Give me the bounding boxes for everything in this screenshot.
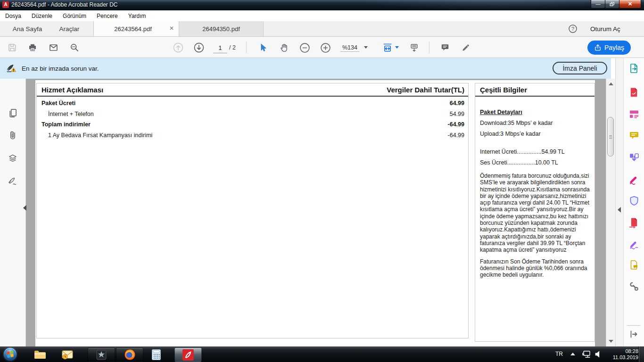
email-icon	[49, 43, 58, 52]
fit-width-button[interactable]	[382, 42, 393, 53]
tray-network-icon[interactable]	[582, 350, 591, 361]
layers-button[interactable]	[7, 152, 19, 165]
main-toolbar: / 2 %134	[0, 37, 644, 58]
comment-button[interactable]	[439, 42, 451, 53]
help-button[interactable]: ?	[568, 21, 578, 36]
more-tools-button[interactable]	[628, 281, 640, 292]
fill-sign-icon	[628, 173, 640, 185]
print-button[interactable]	[27, 42, 38, 53]
signature-warning-icon	[6, 63, 17, 74]
layers-icon	[8, 153, 18, 164]
menu-bar: Dosya Düzenle Görünüm Pencere Yardım	[0, 10, 644, 21]
page-number-input[interactable]	[213, 43, 227, 53]
taskbar-pinned-app-button[interactable]	[88, 347, 115, 362]
create-pdf-button[interactable]	[628, 87, 640, 98]
fill-sign-button[interactable]	[628, 173, 640, 185]
select-tool-button[interactable]	[257, 42, 269, 53]
taskbar-firefox-button[interactable]	[116, 347, 143, 362]
fit-dropdown-caret[interactable]	[395, 46, 399, 49]
menu-yardim[interactable]: Yardım	[123, 13, 151, 19]
page-display-button[interactable]	[408, 42, 420, 53]
page-thumbnails-button[interactable]	[7, 107, 19, 119]
scroll-down-arrow[interactable]	[609, 340, 613, 343]
tools-panel-strip	[615, 58, 623, 346]
menu-duzenle[interactable]: Düzenle	[26, 13, 58, 19]
share-button[interactable]: Paylaş	[587, 41, 631, 55]
tab-document-1[interactable]: 26243564.pdf ✕	[93, 21, 179, 36]
help-icon: ?	[568, 24, 578, 33]
menu-dosya[interactable]: Dosya	[0, 13, 26, 19]
scrollbar-thumb[interactable]	[607, 117, 614, 156]
restriction-paragraph: Ödenmemiş fatura borcunuz olduğunda,sizi…	[480, 173, 590, 254]
compress-pdf-button[interactable]	[628, 217, 640, 228]
shield-icon	[628, 195, 640, 206]
taskbar-outlook-button[interactable]	[60, 348, 74, 361]
collapse-nav-pane-arrow[interactable]	[23, 205, 26, 211]
zoom-level-value[interactable]: %134	[340, 44, 359, 52]
tray-volume-icon[interactable]	[594, 350, 602, 360]
title-bar: A 26243564.pdf - Adobe Acrobat Reader DC…	[0, 0, 644, 10]
row-label: İnternet + Telefon	[48, 109, 94, 120]
zoom-in-button[interactable]	[320, 42, 331, 53]
protect-pdf-button[interactable]	[628, 195, 640, 206]
tab-tools[interactable]: Araçlar	[53, 21, 86, 36]
row-amount: -64.99	[448, 119, 464, 130]
restore-button[interactable]	[605, 0, 619, 8]
page-total-label: / 2	[229, 44, 236, 51]
minimize-button[interactable]: —	[591, 0, 605, 8]
comment-tool-button[interactable]	[628, 130, 640, 141]
workspace: En az bir imzada sorun var. İmza Paneli	[0, 58, 644, 346]
export-pdf-icon	[628, 63, 640, 74]
notification-message: En az bir imzada sorun var.	[22, 65, 99, 72]
attachments-button[interactable]	[7, 129, 19, 141]
amount-column-header: Vergiler Dahil Tutar(TL)	[387, 86, 464, 94]
close-button[interactable]: ✕	[619, 0, 641, 8]
share-label: Paylaş	[604, 44, 624, 51]
sign-in-button[interactable]: Oturum Aç	[590, 21, 620, 36]
tab-close-icon[interactable]: ✕	[169, 25, 174, 32]
tab-home[interactable]: Ana Sayfa	[6, 21, 49, 36]
zoom-dropdown-caret[interactable]	[364, 46, 368, 49]
show-desktop-button[interactable]	[638, 346, 644, 362]
hand-tool-button[interactable]	[278, 42, 289, 53]
expand-panel-icon	[628, 329, 639, 339]
taskbar-calculator-button[interactable]	[149, 348, 163, 361]
signature-panel-button[interactable]: İmza Paneli	[553, 62, 607, 74]
start-button[interactable]	[4, 348, 17, 361]
table-row: İnternet + Telefon 54.99	[37, 109, 468, 120]
vertical-scrollbar[interactable]	[606, 79, 615, 346]
row-label: 1 Ay Bedava Fırsat Kampanyası indirimi	[48, 130, 152, 141]
expand-tools-panel-arrow[interactable]	[618, 207, 621, 213]
page-down-icon	[193, 42, 205, 53]
svg-text:?: ?	[571, 26, 574, 32]
edit-pdf-button[interactable]	[628, 108, 640, 120]
save-icon	[8, 43, 17, 52]
acrobat-app-icon: A	[2, 1, 9, 8]
tray-show-hidden-icons[interactable]	[570, 353, 575, 355]
tray-language[interactable]: TR	[555, 351, 563, 357]
zoom-out-icon	[299, 42, 310, 53]
email-button[interactable]	[48, 42, 59, 53]
combine-files-button[interactable]	[628, 152, 640, 164]
next-page-button[interactable]	[193, 42, 205, 53]
expand-panel-button[interactable]	[628, 329, 640, 340]
tray-clock[interactable]: 08:28 11.03.2019	[605, 348, 638, 361]
signatures-button[interactable]	[7, 175, 19, 187]
menu-pencere[interactable]: Pencere	[91, 13, 123, 19]
taskbar-explorer-button[interactable]	[33, 348, 47, 361]
certificates-button[interactable]	[628, 239, 640, 250]
toolbar-divider	[246, 41, 247, 53]
previous-page-button[interactable]	[173, 42, 184, 53]
search-button[interactable]	[69, 42, 80, 53]
edit-pdf-icon	[628, 108, 640, 120]
scroll-up-arrow[interactable]	[609, 82, 613, 85]
menu-gorunum[interactable]: Görünüm	[58, 13, 91, 19]
tab-document-2[interactable]: 26494350.pdf	[179, 21, 264, 36]
internet-fee-line: Internet Ücreti...............54.99 TL	[480, 147, 590, 157]
taskbar-acrobat-button[interactable]	[174, 347, 202, 362]
zoom-out-button[interactable]	[299, 42, 310, 53]
send-for-comments-button[interactable]	[628, 259, 640, 271]
save-button[interactable]	[7, 42, 18, 53]
export-pdf-button[interactable]	[628, 63, 640, 74]
highlight-button[interactable]	[460, 42, 471, 53]
